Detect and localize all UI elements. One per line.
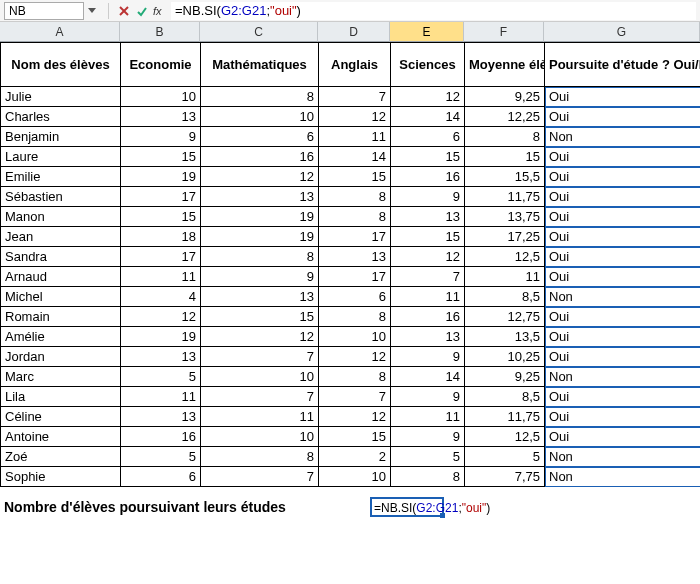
cell-eco[interactable]: 6 xyxy=(121,467,201,487)
cell-poursuite[interactable]: Non xyxy=(545,127,701,147)
cell-eco[interactable]: 17 xyxy=(121,187,201,207)
header-anglais[interactable]: Anglais xyxy=(319,43,391,87)
cell-avg[interactable]: 11,75 xyxy=(465,407,545,427)
cell-avg[interactable]: 11 xyxy=(465,267,545,287)
cell-avg[interactable]: 17,25 xyxy=(465,227,545,247)
cell-math[interactable]: 12 xyxy=(201,167,319,187)
cell-eco[interactable]: 19 xyxy=(121,167,201,187)
cell-nom[interactable]: Manon xyxy=(1,207,121,227)
cell-nom[interactable]: Sandra xyxy=(1,247,121,267)
enter-icon[interactable] xyxy=(135,4,149,18)
cell-ang[interactable]: 10 xyxy=(319,327,391,347)
cell-math[interactable]: 10 xyxy=(201,107,319,127)
col-header-E[interactable]: E xyxy=(390,22,464,42)
cell-sci[interactable]: 9 xyxy=(391,347,465,367)
cell-ang[interactable]: 12 xyxy=(319,347,391,367)
cell-ang[interactable]: 11 xyxy=(319,127,391,147)
cell-sci[interactable]: 11 xyxy=(391,407,465,427)
cell-math[interactable]: 7 xyxy=(201,387,319,407)
cell-ang[interactable]: 17 xyxy=(319,267,391,287)
cell-poursuite[interactable]: Oui xyxy=(545,147,701,167)
cell-avg[interactable]: 12,25 xyxy=(465,107,545,127)
name-box-dropdown-icon[interactable] xyxy=(88,8,96,13)
cell-avg[interactable]: 11,75 xyxy=(465,187,545,207)
name-box[interactable]: NB xyxy=(4,2,84,20)
col-header-F[interactable]: F xyxy=(464,22,544,42)
header-sciences[interactable]: Sciences xyxy=(391,43,465,87)
cell-eco[interactable]: 9 xyxy=(121,127,201,147)
cell-math[interactable]: 6 xyxy=(201,127,319,147)
cell-poursuite[interactable]: Oui xyxy=(545,187,701,207)
cancel-icon[interactable] xyxy=(117,4,131,18)
cell-poursuite[interactable]: Oui xyxy=(545,427,701,447)
cell-nom[interactable]: Céline xyxy=(1,407,121,427)
cell-eco[interactable]: 13 xyxy=(121,407,201,427)
cell-ang[interactable]: 17 xyxy=(319,227,391,247)
cell-math[interactable]: 9 xyxy=(201,267,319,287)
cell-math[interactable]: 10 xyxy=(201,427,319,447)
col-header-B[interactable]: B xyxy=(120,22,200,42)
cell-sci[interactable]: 15 xyxy=(391,147,465,167)
cell-nom[interactable]: Jordan xyxy=(1,347,121,367)
cell-math[interactable]: 13 xyxy=(201,287,319,307)
cell-ang[interactable]: 2 xyxy=(319,447,391,467)
cell-math[interactable]: 10 xyxy=(201,367,319,387)
cell-poursuite[interactable]: Oui xyxy=(545,307,701,327)
cell-avg[interactable]: 12,5 xyxy=(465,247,545,267)
cell-sci[interactable]: 11 xyxy=(391,287,465,307)
cell-poursuite[interactable]: Oui xyxy=(545,407,701,427)
active-cell[interactable]: =NB.SI(G2:G21;"oui") xyxy=(370,497,444,517)
cell-avg[interactable]: 5 xyxy=(465,447,545,467)
fill-handle[interactable] xyxy=(440,513,445,518)
col-header-A[interactable]: A xyxy=(0,22,120,42)
cell-sci[interactable]: 14 xyxy=(391,107,465,127)
cell-avg[interactable]: 13,75 xyxy=(465,207,545,227)
cell-ang[interactable]: 12 xyxy=(319,407,391,427)
cell-sci[interactable]: 13 xyxy=(391,207,465,227)
cell-eco[interactable]: 15 xyxy=(121,147,201,167)
cell-poursuite[interactable]: Oui xyxy=(545,267,701,287)
cell-avg[interactable]: 15 xyxy=(465,147,545,167)
cell-avg[interactable]: 7,75 xyxy=(465,467,545,487)
cell-nom[interactable]: Antoine xyxy=(1,427,121,447)
cell-ang[interactable]: 13 xyxy=(319,247,391,267)
cell-eco[interactable]: 4 xyxy=(121,287,201,307)
cell-nom[interactable]: Jean xyxy=(1,227,121,247)
cell-math[interactable]: 8 xyxy=(201,247,319,267)
cell-eco[interactable]: 5 xyxy=(121,367,201,387)
cell-poursuite[interactable]: Oui xyxy=(545,207,701,227)
cell-nom[interactable]: Charles xyxy=(1,107,121,127)
cell-ang[interactable]: 12 xyxy=(319,107,391,127)
cell-sci[interactable]: 8 xyxy=(391,467,465,487)
cell-math[interactable]: 11 xyxy=(201,407,319,427)
cell-sci[interactable]: 5 xyxy=(391,447,465,467)
header-math[interactable]: Mathématiques xyxy=(201,43,319,87)
cell-avg[interactable]: 8 xyxy=(465,127,545,147)
cell-eco[interactable]: 15 xyxy=(121,207,201,227)
cell-ang[interactable]: 8 xyxy=(319,187,391,207)
cell-sci[interactable]: 9 xyxy=(391,387,465,407)
cell-poursuite[interactable]: Non xyxy=(545,367,701,387)
cell-sci[interactable]: 14 xyxy=(391,367,465,387)
cell-ang[interactable]: 6 xyxy=(319,287,391,307)
cell-sci[interactable]: 15 xyxy=(391,227,465,247)
col-header-G[interactable]: G xyxy=(544,22,700,42)
cell-eco[interactable]: 17 xyxy=(121,247,201,267)
cell-poursuite[interactable]: Oui xyxy=(545,387,701,407)
cell-eco[interactable]: 16 xyxy=(121,427,201,447)
cell-math[interactable]: 7 xyxy=(201,347,319,367)
cell-ang[interactable]: 7 xyxy=(319,387,391,407)
cell-math[interactable]: 15 xyxy=(201,307,319,327)
cell-math[interactable]: 8 xyxy=(201,447,319,467)
cell-eco[interactable]: 18 xyxy=(121,227,201,247)
cell-nom[interactable]: Laure xyxy=(1,147,121,167)
cell-ang[interactable]: 10 xyxy=(319,467,391,487)
cell-ang[interactable]: 8 xyxy=(319,367,391,387)
cell-avg[interactable]: 8,5 xyxy=(465,387,545,407)
cell-eco[interactable]: 13 xyxy=(121,347,201,367)
cell-math[interactable]: 8 xyxy=(201,87,319,107)
cell-poursuite[interactable]: Oui xyxy=(545,227,701,247)
cell-avg[interactable]: 9,25 xyxy=(465,87,545,107)
cell-nom[interactable]: Sophie xyxy=(1,467,121,487)
cell-poursuite[interactable]: Oui xyxy=(545,107,701,127)
